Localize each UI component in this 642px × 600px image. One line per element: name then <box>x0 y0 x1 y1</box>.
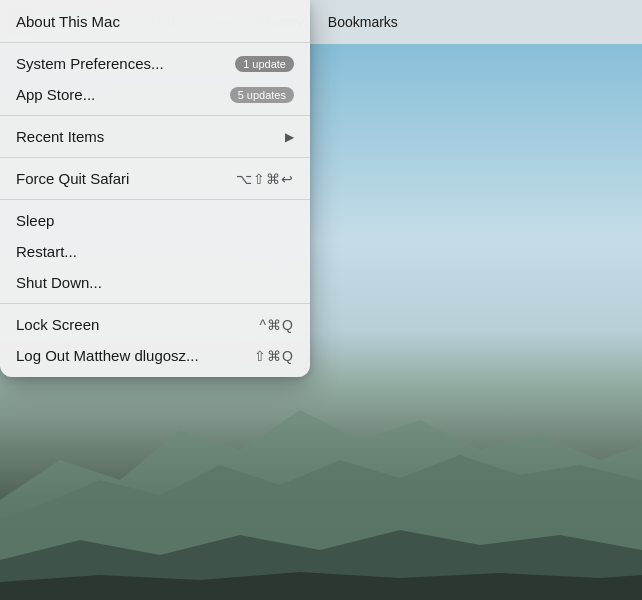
divider-2 <box>0 115 310 116</box>
log-out-item[interactable]: Log Out Matthew dlugosz... ⇧⌘Q <box>0 340 310 371</box>
shut-down-label: Shut Down... <box>16 274 102 291</box>
restart-item[interactable]: Restart... <box>0 236 310 267</box>
about-mac-label: About This Mac <box>16 13 120 30</box>
lock-screen-item[interactable]: Lock Screen ^⌘Q <box>0 309 310 340</box>
force-quit-label: Force Quit Safari <box>16 170 129 187</box>
submenu-arrow-icon: ▶ <box>285 130 294 144</box>
lock-screen-label: Lock Screen <box>16 316 99 333</box>
shut-down-item[interactable]: Shut Down... <box>0 267 310 298</box>
divider-4 <box>0 199 310 200</box>
system-prefs-badge: 1 update <box>235 56 294 72</box>
recent-items-label: Recent Items <box>16 128 104 145</box>
about-this-mac-item[interactable]: About This Mac <box>0 6 310 37</box>
recent-items-item[interactable]: Recent Items ▶ <box>0 121 310 152</box>
force-quit-shortcut: ⌥⇧⌘↩ <box>236 171 294 187</box>
log-out-label: Log Out Matthew dlugosz... <box>16 347 199 364</box>
app-store-item[interactable]: App Store... 5 updates <box>0 79 310 110</box>
log-out-shortcut: ⇧⌘Q <box>254 348 294 364</box>
restart-label: Restart... <box>16 243 77 260</box>
sleep-label: Sleep <box>16 212 54 229</box>
divider-1 <box>0 42 310 43</box>
sleep-item[interactable]: Sleep <box>0 205 310 236</box>
divider-3 <box>0 157 310 158</box>
divider-5 <box>0 303 310 304</box>
app-store-badge: 5 updates <box>230 87 294 103</box>
system-preferences-item[interactable]: System Preferences... 1 update <box>0 48 310 79</box>
apple-dropdown-menu: About This Mac System Preferences... 1 u… <box>0 0 310 377</box>
lock-screen-shortcut: ^⌘Q <box>260 317 294 333</box>
force-quit-safari-item[interactable]: Force Quit Safari ⌥⇧⌘↩ <box>0 163 310 194</box>
app-store-label: App Store... <box>16 86 95 103</box>
bookmarks-menu-button[interactable]: Bookmarks <box>318 11 408 33</box>
system-prefs-label: System Preferences... <box>16 55 164 72</box>
